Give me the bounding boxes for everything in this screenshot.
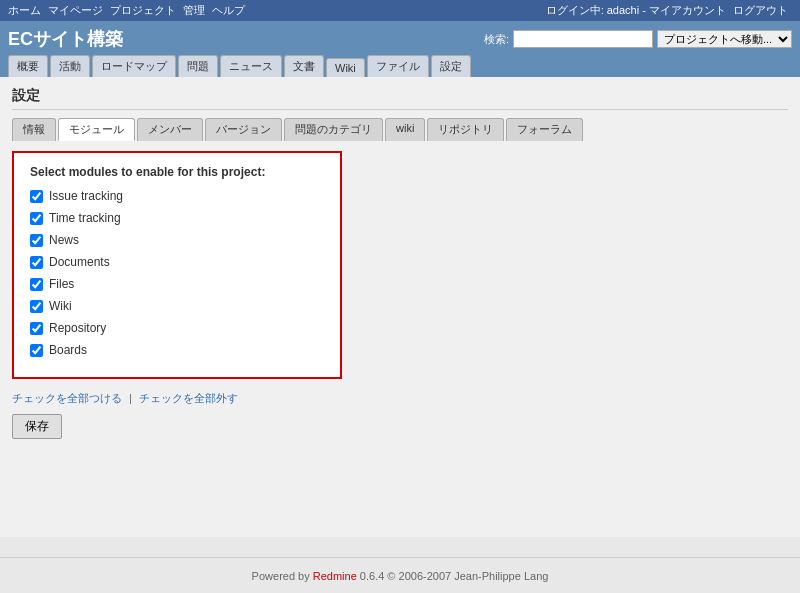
project-title: ECサイト構築 (8, 27, 123, 51)
module-item-repository: Repository (30, 321, 324, 335)
check-links-separator: | (129, 392, 135, 404)
tab-overview[interactable]: 概要 (8, 55, 48, 77)
project-jump-select[interactable]: プロジェクトへ移動... (657, 30, 792, 48)
top-navigation: ホーム マイページ プロジェクト 管理 ヘルプ ログイン中: adachi - … (0, 0, 800, 21)
module-checkbox-issue-tracking[interactable] (30, 190, 43, 203)
tab-repository[interactable]: リポジトリ (427, 118, 504, 141)
check-links: チェックを全部つける | チェックを全部外す (12, 391, 788, 406)
tab-roadmap[interactable]: ロードマップ (92, 55, 176, 77)
check-all-link[interactable]: チェックを全部つける (12, 392, 122, 404)
modules-box-title: Select modules to enable for this projec… (30, 165, 324, 179)
tab-wiki-settings[interactable]: wiki (385, 118, 425, 141)
module-label-issue-tracking: Issue tracking (49, 189, 123, 203)
module-checkbox-wiki[interactable] (30, 300, 43, 313)
tab-wiki[interactable]: Wiki (326, 58, 365, 77)
content-area: 設定 情報 モジュール メンバー バージョン 問題のカテゴリ wiki リポジト… (0, 77, 800, 537)
save-button[interactable]: 保存 (12, 414, 62, 439)
tab-forums[interactable]: フォーラム (506, 118, 583, 141)
module-checkbox-repository[interactable] (30, 322, 43, 335)
modules-box: Select modules to enable for this projec… (12, 151, 342, 379)
footer-brand-link[interactable]: Redmine (313, 570, 357, 582)
uncheck-all-link[interactable]: チェックを全部外す (139, 392, 238, 404)
module-item-time-tracking: Time tracking (30, 211, 324, 225)
module-label-files: Files (49, 277, 74, 291)
nav-logout[interactable]: ログアウト (733, 4, 788, 16)
module-item-documents: Documents (30, 255, 324, 269)
page-title: 設定 (12, 87, 788, 110)
tab-issue-categories[interactable]: 問題のカテゴリ (284, 118, 383, 141)
module-item-files: Files (30, 277, 324, 291)
search-label: 検索: (484, 32, 509, 47)
module-checkbox-documents[interactable] (30, 256, 43, 269)
project-tabs: 概要 活動 ロードマップ 問題 ニュース 文書 Wiki ファイル 設定 (0, 55, 800, 77)
top-nav-left: ホーム マイページ プロジェクト 管理 ヘルプ (8, 3, 249, 18)
top-nav-right: ログイン中: adachi - マイアカウント ログアウト (546, 3, 792, 18)
project-header: ECサイト構築 検索: プロジェクトへ移動... (0, 21, 800, 55)
tab-members[interactable]: メンバー (137, 118, 203, 141)
tab-modules[interactable]: モジュール (58, 118, 135, 141)
footer-text-before: Powered by (252, 570, 313, 582)
module-checkbox-time-tracking[interactable] (30, 212, 43, 225)
search-input[interactable] (513, 30, 653, 48)
module-item-issue-tracking: Issue tracking (30, 189, 324, 203)
module-label-boards: Boards (49, 343, 87, 357)
tab-info[interactable]: 情報 (12, 118, 56, 141)
tab-files[interactable]: ファイル (367, 55, 429, 77)
footer-text-after: 0.6.4 © 2006-2007 Jean-Philippe Lang (357, 570, 549, 582)
logged-in-label: ログイン中: adachi - (546, 4, 649, 16)
tab-documents[interactable]: 文書 (284, 55, 324, 77)
module-label-time-tracking: Time tracking (49, 211, 121, 225)
tab-issues[interactable]: 問題 (178, 55, 218, 77)
footer: Powered by Redmine 0.6.4 © 2006-2007 Jea… (0, 557, 800, 593)
tab-versions[interactable]: バージョン (205, 118, 282, 141)
tab-settings[interactable]: 設定 (431, 55, 471, 77)
module-item-boards: Boards (30, 343, 324, 357)
settings-tabs: 情報 モジュール メンバー バージョン 問題のカテゴリ wiki リポジトリ フ… (12, 118, 788, 141)
module-item-wiki: Wiki (30, 299, 324, 313)
nav-home[interactable]: ホーム (8, 4, 41, 16)
tab-news[interactable]: ニュース (220, 55, 282, 77)
nav-admin[interactable]: 管理 (183, 4, 205, 16)
tab-activity[interactable]: 活動 (50, 55, 90, 77)
module-checkbox-news[interactable] (30, 234, 43, 247)
search-area: 検索: プロジェクトへ移動... (484, 30, 792, 48)
nav-mypage[interactable]: マイページ (48, 4, 103, 16)
module-checkbox-boards[interactable] (30, 344, 43, 357)
module-label-repository: Repository (49, 321, 106, 335)
module-label-documents: Documents (49, 255, 110, 269)
module-item-news: News (30, 233, 324, 247)
nav-projects[interactable]: プロジェクト (110, 4, 176, 16)
module-label-news: News (49, 233, 79, 247)
nav-myaccount[interactable]: マイアカウント (649, 4, 726, 16)
module-label-wiki: Wiki (49, 299, 72, 313)
nav-help[interactable]: ヘルプ (212, 4, 245, 16)
module-checkbox-files[interactable] (30, 278, 43, 291)
